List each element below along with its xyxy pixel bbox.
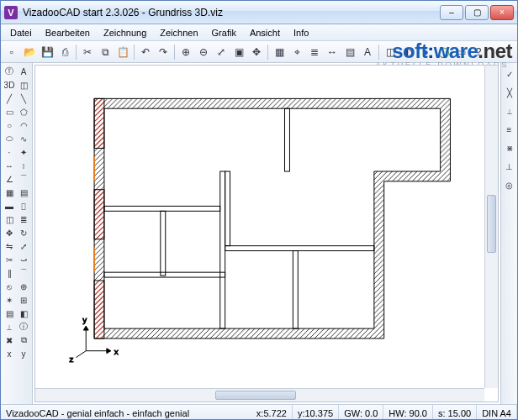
layer-button[interactable]: ≣ [306, 44, 323, 60]
app-icon: V [4, 6, 18, 19]
menu-grafik[interactable]: Grafik [206, 26, 242, 39]
help-button[interactable]: ? [470, 44, 487, 60]
titlebar[interactable]: V VizadooCAD start 2.3.026 - Grundriss 3… [1, 1, 517, 24]
axis-z-label: z [70, 354, 74, 364]
point-tool[interactable]: · [3, 145, 16, 159]
snap-cen-button[interactable]: ◎ [503, 177, 516, 192]
select-tool[interactable]: Ⓣ [3, 65, 16, 78]
snap-mid-button[interactable]: ≡ [503, 122, 516, 137]
polygon-tool[interactable]: ⬠ [17, 105, 30, 118]
circle-tool[interactable]: ○ [3, 118, 16, 132]
hatch-tool[interactable]: ▦ [3, 186, 16, 199]
status-gw: GW: 0.0 [339, 405, 383, 420]
svg-rect-10 [293, 251, 298, 329]
spline-tool[interactable]: ∿ [17, 132, 30, 145]
extend-tool[interactable]: ⤻ [17, 253, 30, 266]
dim-h-tool[interactable]: ↔ [3, 159, 16, 172]
fillet-tool[interactable]: ⌒ [17, 266, 30, 280]
pan-button[interactable]: ✥ [248, 44, 265, 60]
mirror-tool[interactable]: ⇋ [3, 239, 16, 253]
window-tool[interactable]: ◫ [3, 213, 16, 226]
3d-view-tool[interactable]: 3D [3, 78, 16, 92]
zoom-window-button[interactable]: ▣ [230, 44, 247, 60]
menu-zeichnung[interactable]: Zeichnung [98, 26, 152, 39]
axis-y-tool[interactable]: y [17, 347, 30, 360]
line-tool[interactable]: ╱ [3, 92, 16, 105]
svg-rect-0 [94, 98, 104, 148]
3d-button[interactable]: ◫ [382, 44, 399, 60]
erase-tool[interactable]: ✖ [3, 333, 16, 347]
marker-tool[interactable]: ✦ [17, 145, 30, 159]
move-tool[interactable]: ✥ [3, 226, 16, 239]
polyline-tool[interactable]: ╲ [17, 92, 30, 105]
check-button[interactable]: ✓ [503, 66, 516, 81]
snap-int-button[interactable]: ⋇ [503, 140, 516, 155]
measure-tool[interactable]: ⟂ [3, 320, 16, 333]
vertical-scrollbar[interactable] [484, 66, 498, 388]
snap-button[interactable]: ⌖ [288, 44, 305, 60]
iso-view-tool[interactable]: ◫ [17, 78, 30, 92]
door-tool[interactable]: ⌷ [17, 199, 30, 213]
join-tool[interactable]: ⊕ [17, 280, 30, 293]
snap-end-button[interactable]: ⟂ [503, 103, 516, 118]
circle-g-button[interactable]: ◯ [435, 44, 452, 60]
dim-button[interactable]: ↔ [324, 44, 341, 60]
wall-tool[interactable]: ▬ [3, 199, 16, 213]
rect-tool[interactable]: ▭ [3, 105, 16, 118]
copy-button[interactable]: ⧉ [97, 44, 114, 60]
rect-button[interactable]: ▭ [452, 44, 469, 60]
zoom-out-button[interactable]: ⊖ [195, 44, 212, 60]
grid-button[interactable]: ▦ [271, 44, 288, 60]
zoom-fit-button[interactable]: ⤢ [213, 44, 230, 60]
zoom-in-button[interactable]: ⊕ [177, 44, 194, 60]
print-button[interactable]: ⎙ [56, 44, 73, 60]
render-button[interactable]: ◐ [399, 44, 416, 60]
cut-button[interactable]: ✂ [79, 44, 96, 60]
text-tool-tool[interactable]: A [17, 65, 30, 78]
copy-t-tool[interactable]: ⧉ [17, 333, 30, 347]
svg-rect-1 [94, 190, 104, 239]
trim-tool[interactable]: ✂ [3, 253, 16, 266]
menu-ansicht[interactable]: Ansicht [244, 26, 286, 39]
fill-tool[interactable]: ▤ [17, 186, 30, 199]
new-button[interactable]: ▫ [3, 44, 20, 60]
ellipse-tool[interactable]: ⬭ [3, 132, 16, 145]
snap-perp-button[interactable]: ⊥ [503, 159, 516, 174]
explode-tool[interactable]: ✶ [3, 293, 16, 307]
menu-bearbeiten[interactable]: Bearbeiten [40, 26, 96, 39]
minimize-button[interactable]: – [440, 5, 463, 20]
svg-rect-2 [94, 281, 104, 339]
text-button[interactable]: A [359, 44, 376, 60]
dim-r-tool[interactable]: ⌒ [17, 172, 30, 186]
color-t-tool[interactable]: ◧ [17, 307, 30, 320]
paste-button[interactable]: 📋 [114, 44, 131, 60]
dim-a-tool[interactable]: ∠ [3, 172, 16, 186]
menubar: Datei Bearbeiten Zeichnung Zeichnen Graf… [1, 24, 517, 41]
scale-tool[interactable]: ⤢ [17, 239, 30, 253]
close-button[interactable]: × [490, 5, 514, 20]
save-button[interactable]: 💾 [39, 44, 56, 60]
group-tool[interactable]: ⊞ [17, 293, 30, 307]
horizontal-scrollbar[interactable] [35, 388, 484, 402]
circle-b-button[interactable]: ● [417, 44, 434, 60]
maximize-button[interactable]: ▢ [465, 5, 489, 20]
menu-zeichnen[interactable]: Zeichnen [154, 26, 204, 39]
rotate-tool[interactable]: ↻ [17, 226, 30, 239]
break-tool[interactable]: ⎋ [3, 280, 16, 293]
menu-datei[interactable]: Datei [4, 26, 38, 39]
open-button[interactable]: 📂 [21, 44, 38, 60]
info-tool[interactable]: ⓘ [17, 320, 30, 333]
ortho-button[interactable]: ╳ [503, 85, 516, 100]
dim-v-tool[interactable]: ↕ [17, 159, 30, 172]
hatch-button[interactable]: ▤ [341, 44, 358, 60]
redo-button[interactable]: ↷ [155, 44, 172, 60]
left-toolbox: ⓉA3D◫╱╲▭⬠○◠⬭∿·✦↔↕∠⌒▦▤▬⌷◫≣✥↻⇋⤢✂⤻‖⌒⎋⊕✶⊞▤◧⟂… [1, 63, 33, 404]
axis-x-tool[interactable]: x [3, 347, 16, 360]
layer-t-tool[interactable]: ▤ [3, 307, 16, 320]
menu-info[interactable]: Info [288, 26, 314, 39]
drawing-canvas[interactable]: x y z [35, 66, 484, 388]
stair-tool[interactable]: ≣ [17, 213, 30, 226]
offset-tool[interactable]: ‖ [3, 266, 16, 280]
arc-tool[interactable]: ◠ [17, 118, 30, 132]
undo-button[interactable]: ↶ [137, 44, 154, 60]
